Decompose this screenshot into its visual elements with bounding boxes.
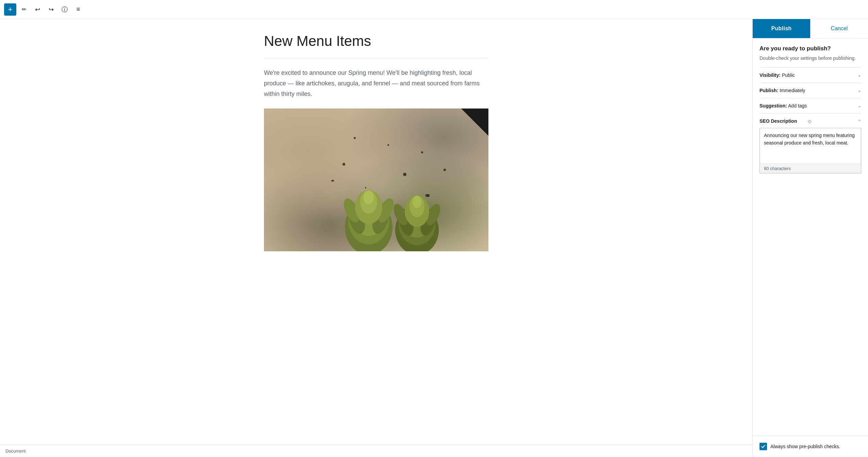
- undo-button[interactable]: ↩: [31, 3, 44, 16]
- visibility-row[interactable]: Visibility: Public ⌄: [760, 67, 861, 83]
- seo-chevron-icon[interactable]: ⌄: [858, 119, 861, 123]
- seo-header: SEO Description ◇ ⌄: [760, 118, 861, 124]
- publish-button[interactable]: Publish: [753, 19, 810, 38]
- sidebar-header: Publish Cancel: [753, 19, 868, 38]
- redo-icon: ↪: [49, 6, 54, 13]
- main-layout: New Menu Items We're excited to announce…: [0, 19, 868, 457]
- visibility-label: Visibility: Public: [760, 72, 858, 78]
- svg-point-10: [364, 191, 374, 204]
- sidebar: Publish Cancel Are you ready to publish?…: [752, 19, 868, 457]
- status-bar: Document: [0, 445, 752, 457]
- artichoke-right-svg: [383, 173, 451, 251]
- editor-content: New Menu Items We're excited to announce…: [244, 19, 509, 265]
- sidebar-body: Are you ready to publish? Double-check y…: [753, 38, 868, 436]
- post-body[interactable]: We're excited to announce our Spring men…: [264, 68, 488, 99]
- suggestion-row[interactable]: Suggestion: Add tags ⌄: [760, 98, 861, 113]
- info-icon: ⓘ: [62, 5, 68, 14]
- editor-divider: [264, 58, 488, 58]
- hamburger-icon: ≡: [77, 6, 80, 13]
- publish-time-row[interactable]: Publish: Immediately ⌄: [760, 83, 861, 98]
- seo-textarea-wrapper: Announcing our new spring menu featuring…: [760, 128, 861, 173]
- publish-check-desc: Double-check your settings before publis…: [760, 55, 861, 62]
- add-block-button[interactable]: +: [4, 3, 16, 16]
- toolbar: + ✏ ↩ ↪ ⓘ ≡: [0, 0, 868, 19]
- always-show-row[interactable]: Always show pre-publish checks.: [753, 436, 868, 457]
- info-button[interactable]: ⓘ: [59, 3, 71, 16]
- suggestion-chevron-icon: ⌄: [858, 103, 861, 108]
- redo-button[interactable]: ↪: [45, 3, 57, 16]
- pencil-button[interactable]: ✏: [18, 3, 30, 16]
- seo-title: SEO Description: [760, 118, 806, 124]
- status-text: Document: [5, 448, 26, 454]
- pencil-icon: ✏: [22, 6, 26, 13]
- publish-check-section: Are you ready to publish? Double-check y…: [760, 45, 861, 67]
- always-show-checkbox[interactable]: [760, 443, 767, 450]
- cancel-button[interactable]: Cancel: [810, 19, 868, 38]
- always-show-label: Always show pre-publish checks.: [770, 444, 840, 449]
- seo-char-count: 80 characters: [760, 164, 861, 173]
- checkmark-icon: [761, 444, 766, 449]
- publish-time-chevron-icon: ⌄: [858, 88, 861, 93]
- post-image: [264, 108, 488, 251]
- post-title[interactable]: New Menu Items: [264, 33, 488, 50]
- seo-section: SEO Description ◇ ⌄ Announcing our new s…: [760, 113, 861, 173]
- publish-time-label: Publish: Immediately: [760, 88, 858, 93]
- seo-textarea[interactable]: Announcing our new spring menu featuring…: [760, 128, 861, 162]
- seo-pin-icon: ◇: [808, 118, 812, 124]
- undo-icon: ↩: [35, 6, 40, 13]
- svg-point-21: [413, 196, 421, 208]
- menu-button[interactable]: ≡: [72, 3, 84, 16]
- editor-area: New Menu Items We're excited to announce…: [0, 19, 752, 457]
- suggestion-label: Suggestion: Add tags: [760, 103, 858, 108]
- publish-check-title: Are you ready to publish?: [760, 45, 861, 52]
- visibility-chevron-icon: ⌄: [858, 73, 861, 78]
